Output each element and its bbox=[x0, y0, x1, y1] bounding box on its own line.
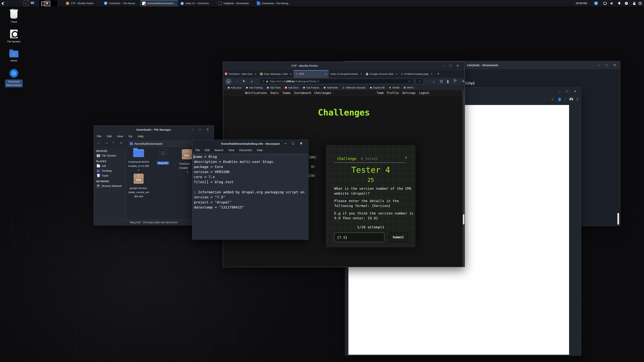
taskbar-item-mousepad-active[interactable]: /home/kali/Downloads/b... bbox=[140, 0, 178, 7]
taskbar-item-terminal[interactable]: kali@kali: ~/Downloads bbox=[216, 0, 254, 7]
menu-help[interactable]: Help bbox=[138, 135, 144, 138]
forward-button[interactable]: → bbox=[105, 141, 108, 145]
menu-search[interactable]: Search bbox=[214, 148, 224, 152]
menu-help[interactable]: Help bbox=[257, 148, 262, 152]
taskbar-item-forticlient[interactable]: FortiClient -- The Securi... bbox=[102, 0, 140, 7]
tab-close-icon[interactable]: ✕ bbox=[254, 73, 256, 75]
taskbar-item-firefox[interactable]: CTF - Mozilla Firefox bbox=[64, 0, 102, 7]
file-item-chrome-deb[interactable]: DEB google-chrome- stable_current_am d64… bbox=[127, 174, 150, 199]
tab-teams[interactable]: Chat, Meetings, Callin ✕ bbox=[258, 70, 294, 78]
menu-edit[interactable]: Edit bbox=[205, 148, 210, 152]
sidebar-item-file-system[interactable]: File System bbox=[94, 153, 126, 158]
maximize-button[interactable]: □ bbox=[199, 128, 201, 131]
bookmark-star-icon[interactable]: ☆ bbox=[418, 80, 421, 83]
tab-close-icon[interactable]: ✕ bbox=[290, 73, 292, 75]
menu-file[interactable]: File bbox=[97, 135, 101, 138]
downloads-icon[interactable]: ↓ bbox=[433, 80, 434, 83]
home-button[interactable]: ⌂ bbox=[120, 141, 122, 145]
desktop-icon-trash[interactable]: Trash bbox=[4, 10, 23, 23]
nav-link-users[interactable]: Users bbox=[270, 91, 279, 95]
bookmark-kali-linux[interactable]: Kali Linux bbox=[225, 86, 244, 89]
up-button[interactable]: ↑ bbox=[112, 141, 114, 145]
nav-link-notifications[interactable]: Notifications bbox=[245, 91, 267, 95]
minimize-button[interactable]: – bbox=[443, 64, 444, 68]
close-button[interactable]: ✕ bbox=[456, 64, 459, 68]
bookmark-exploit-db[interactable]: Exploit-DB bbox=[368, 86, 386, 89]
tab-challenge[interactable]: Challenge bbox=[337, 157, 356, 161]
bookmark-kali-training[interactable]: Kali Training bbox=[244, 86, 265, 89]
minimize-button[interactable]: – bbox=[284, 142, 286, 145]
desktop-icon-chromium[interactable]: Chromium Web Browser bbox=[4, 69, 23, 87]
hamburger-menu-icon[interactable]: ≡ bbox=[462, 79, 464, 83]
tab-solves[interactable]: 0 Solves bbox=[361, 157, 378, 161]
menu-document[interactable]: Document bbox=[239, 148, 252, 152]
sidebar-item-desktop[interactable]: Desktop bbox=[94, 168, 126, 173]
tab-ctf-active[interactable]: ⚑ CTF ✕ bbox=[294, 70, 329, 78]
tab-index-of-drupal[interactable]: Index of /drupal/modules/ ✕ bbox=[329, 70, 364, 78]
nav-link-team[interactable]: Team bbox=[377, 91, 384, 95]
minimize-button[interactable]: – bbox=[559, 90, 560, 93]
url-bar[interactable]: ⓘ https://ncl-ctf.ctfd.io/challenges#Tes… bbox=[260, 79, 423, 84]
close-button[interactable]: ✕ bbox=[614, 64, 616, 67]
sidebar-toggle-icon[interactable] bbox=[447, 80, 448, 83]
bookmark-star-icon[interactable]: ☆ bbox=[551, 98, 554, 101]
tab-chrome-web[interactable]: Google Chrome Web B ✕ bbox=[364, 70, 399, 78]
tab-problem-loading[interactable]: ⚠ Problem loading page ✕ bbox=[399, 70, 434, 78]
tab-forticlient[interactable]: Forticlient - Next Gene ✕ bbox=[223, 70, 258, 78]
page-scrollbar[interactable] bbox=[462, 90, 465, 267]
reload-button[interactable]: ↻ bbox=[241, 79, 247, 84]
launcher-terminal[interactable]: >_ bbox=[23, 1, 29, 6]
maximize-button[interactable]: □ bbox=[450, 64, 451, 68]
account-icon[interactable] bbox=[454, 80, 454, 83]
nav-link-scoreboard[interactable]: Scoreboard bbox=[294, 91, 311, 95]
back-button[interactable]: ← bbox=[226, 79, 231, 84]
page-scrollbar-thumb[interactable] bbox=[463, 214, 464, 224]
menu-edit[interactable]: Edit bbox=[107, 135, 112, 138]
bookmark-msfu[interactable]: MSFU bbox=[402, 86, 416, 89]
menu-view[interactable]: View bbox=[228, 148, 234, 152]
back-button[interactable]: ← bbox=[97, 141, 100, 145]
home-button[interactable]: ⌂ bbox=[249, 79, 254, 84]
lock-screen-icon[interactable] bbox=[632, 2, 636, 5]
drupal-drop-icon[interactable] bbox=[558, 98, 561, 101]
desktop-icon-file-system[interactable]: File System bbox=[4, 30, 23, 43]
file-item-forticlient-folder[interactable]: FortiClientFullVPN Installer_6.4.0.085 1 bbox=[127, 149, 150, 172]
forticlient-tray-icon[interactable] bbox=[594, 2, 598, 5]
tab-close-icon[interactable]: ✕ bbox=[360, 73, 362, 75]
nav-link-settings[interactable]: Settings bbox=[402, 91, 416, 95]
workspace-switcher[interactable] bbox=[39, 0, 57, 6]
menu-go[interactable]: Go bbox=[128, 135, 132, 138]
profile-avatar-icon[interactable] bbox=[570, 98, 573, 101]
forward-button[interactable]: → bbox=[234, 79, 239, 84]
modal-close-icon[interactable]: ✕ bbox=[405, 155, 407, 160]
tracking-protection-icon[interactable] bbox=[414, 80, 416, 83]
close-button[interactable]: ✕ bbox=[300, 142, 302, 145]
text-editor-area[interactable]: name = Blog description = Enables multi-… bbox=[192, 154, 308, 239]
nav-link-teams[interactable]: Teams bbox=[282, 91, 291, 95]
file-item-blog-info[interactable]: blog.info bbox=[151, 149, 175, 165]
volume-tray-icon[interactable] bbox=[610, 2, 614, 5]
desktop-icon-home[interactable]: Home bbox=[4, 49, 23, 62]
power-manager-icon[interactable] bbox=[624, 2, 628, 5]
maximize-button[interactable]: □ bbox=[566, 90, 568, 93]
taskbar-item-chromium[interactable]: Index of / - Chromium bbox=[178, 0, 216, 7]
logout-icon[interactable] bbox=[638, 2, 642, 5]
bookmark-kali-tools[interactable]: Kali Tools bbox=[265, 86, 283, 89]
tab-close-icon[interactable]: ✕ bbox=[431, 73, 432, 75]
taskbar-item-file-manager[interactable]: Downloads - File Manag... bbox=[255, 0, 292, 7]
bookmark-ghdb[interactable]: GHDB bbox=[387, 86, 402, 89]
page-info-icon[interactable]: ⓘ bbox=[262, 80, 264, 83]
new-tab-button[interactable]: + bbox=[434, 70, 442, 78]
bookmark-nethunter[interactable]: NetHunter bbox=[322, 86, 340, 89]
firefox-titlebar[interactable]: CTF - Mozilla Firefox – □ ✕ bbox=[223, 62, 465, 70]
sidebar-item-trash[interactable]: Trash bbox=[94, 173, 126, 178]
sidebar-item-kali[interactable]: kali bbox=[94, 163, 126, 168]
maximize-button[interactable]: □ bbox=[292, 142, 294, 145]
tab-close-icon[interactable]: ✕ bbox=[325, 73, 327, 75]
flag-input[interactable] bbox=[334, 233, 384, 242]
notifications-bell-icon[interactable] bbox=[618, 2, 621, 5]
nav-link-challenges[interactable]: Challenges bbox=[314, 91, 331, 95]
minimize-button[interactable]: – bbox=[598, 64, 600, 67]
bookmark-kali-forums[interactable]: Kali Forums bbox=[301, 86, 321, 89]
close-button[interactable]: ✕ bbox=[206, 128, 209, 131]
